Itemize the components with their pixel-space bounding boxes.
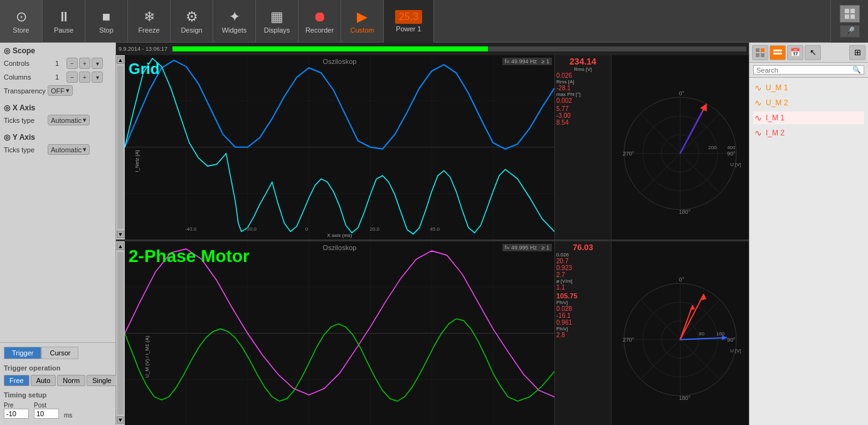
post-input[interactable] xyxy=(34,409,59,419)
yaxis-section-title: ◎ Y Axis xyxy=(4,133,112,142)
design-button[interactable]: ⚙ Design xyxy=(171,0,213,43)
x-tick-2: -20.0 xyxy=(245,226,257,232)
columns-decrease-button[interactable]: − xyxy=(66,71,78,83)
osc2-freq-badge: f= 49.995 Hz ≥ 1 xyxy=(502,244,552,251)
osc1-title: Osziloskop xyxy=(323,58,357,65)
osc1-freq: f= 49.994 Hz xyxy=(505,58,537,65)
osc1-rms-a-label: Rms [A] xyxy=(556,79,610,85)
signal-im1[interactable]: ∿ I_M 1 xyxy=(753,112,864,124)
y-ticks-label: Ticks type xyxy=(4,146,48,154)
osc1-stat-7: 8.54 xyxy=(556,119,610,126)
signal-im1-icon: ∿ xyxy=(754,113,762,123)
post-label: Post xyxy=(34,402,59,409)
trigger-norm-button[interactable]: Norm xyxy=(57,375,85,386)
toolbar-right-area: 🎤 xyxy=(830,0,868,43)
trigger-auto-button[interactable]: Auto xyxy=(31,375,56,386)
panel-layout-button[interactable] xyxy=(752,45,768,60)
left-panel: ◎ Scope Controls 1 − + ▾ Columns 1 − + ▾ xyxy=(0,43,116,425)
recorder-button[interactable]: ⏺ Recorder xyxy=(299,0,341,43)
svg-text:180°: 180° xyxy=(679,209,691,215)
osc2-stat-2: 20.7 xyxy=(556,258,610,265)
controls-increase-button[interactable]: + xyxy=(79,58,90,69)
scroll-handle-2[interactable]: ▲ ▼ xyxy=(116,241,125,426)
cursor-tab[interactable]: Cursor xyxy=(41,347,78,359)
left-top-section: ◎ Scope Controls 1 − + ▾ Columns 1 − + ▾ xyxy=(0,43,115,342)
transparency-chevron-icon: ▾ xyxy=(66,87,70,95)
scroll-up-2[interactable]: ▲ xyxy=(117,243,124,250)
freeze-label: Freeze xyxy=(138,26,159,34)
pause-label: Pause xyxy=(54,26,73,34)
pause-button[interactable]: ⏸ Pause xyxy=(43,0,85,43)
design-label: Design xyxy=(181,26,202,34)
pre-input[interactable] xyxy=(4,409,29,419)
svg-rect-2 xyxy=(845,14,849,19)
osc-chart-2: Osziloskop 2-Phase Motor f= 49.995 Hz ≥ … xyxy=(125,241,554,426)
scope-label: Scope xyxy=(13,46,35,55)
svg-text:400: 400 xyxy=(727,145,736,150)
search-box[interactable]: 🔍 xyxy=(753,65,864,75)
osc2-stat-8: -16.1 xyxy=(556,312,610,319)
stop-label: Stop xyxy=(99,26,114,34)
timing-row: Pre Post ms xyxy=(4,402,112,419)
signal-um1[interactable]: ∿ U_M 1 xyxy=(753,81,864,94)
search-icon: 🔍 xyxy=(852,66,861,74)
svg-text:160: 160 xyxy=(716,330,725,336)
signal-um2[interactable]: ∿ U_M 2 xyxy=(753,97,864,109)
columns-dropdown-button[interactable]: ▾ xyxy=(92,71,103,83)
scope-section-title: ◎ Scope xyxy=(4,46,112,55)
controls-dropdown-button[interactable]: ▾ xyxy=(92,58,103,69)
osc2-stats-panel: 76.03 0.026 20.7 0.923 2.7 ø [V/m] 1.1 1… xyxy=(554,241,611,426)
transparency-dropdown[interactable]: OFF ▾ xyxy=(48,85,73,96)
widgets-button[interactable]: ✦ Widgets xyxy=(213,0,256,43)
osc2-stat-1: 0.026 xyxy=(556,252,610,258)
trigger-section: Trigger Cursor Trigger operation Free Au… xyxy=(0,342,115,425)
x-ticks-dropdown[interactable]: Automatic ▾ xyxy=(48,115,90,125)
channel-view-button[interactable] xyxy=(770,45,786,60)
osc1-svg xyxy=(125,55,554,239)
signal-im2-label: I_M 2 xyxy=(766,129,785,137)
osc-panel-2: ▲ ▼ Osziloskop 2-Phase Motor f= 49.995 H… xyxy=(116,241,749,426)
right-toolbar: 📅 ↖ ⊞ xyxy=(749,43,868,63)
columns-increase-button[interactable]: + xyxy=(79,71,90,83)
power1-button[interactable]: 25.3 Power 1 xyxy=(384,0,434,43)
freeze-icon: ❄ xyxy=(144,9,155,25)
controls-buttons: − + ▾ xyxy=(66,58,103,69)
search-input[interactable] xyxy=(756,66,852,74)
y-ticks-dropdown[interactable]: Automatic ▾ xyxy=(48,144,90,155)
displays-button[interactable]: ▦ Displays xyxy=(256,0,299,43)
scroll-up-1[interactable]: ▲ xyxy=(117,56,124,64)
osc1-main-val: 234.14 xyxy=(556,56,610,66)
custom-button[interactable]: ▶ Custom xyxy=(341,0,384,43)
stop-icon: ■ xyxy=(102,9,110,25)
post-col: Post xyxy=(34,402,59,419)
custom-icon: ▶ xyxy=(357,9,368,25)
panel-icon[interactable] xyxy=(840,5,860,23)
trigger-tab[interactable]: Trigger xyxy=(4,347,41,359)
controls-decrease-button[interactable]: − xyxy=(66,58,78,69)
scroll-down-2[interactable]: ▼ xyxy=(117,416,124,424)
trigger-free-button[interactable]: Free xyxy=(4,375,29,386)
svg-text:U [V]: U [V] xyxy=(730,347,741,353)
recorder-icon: ⏺ xyxy=(313,9,327,25)
trigger-single-button[interactable]: Single xyxy=(87,375,117,386)
stop-button[interactable]: ■ Stop xyxy=(85,0,128,43)
osc-chart-1: Osziloskop Grid I_Netz [A] X axis (ms) f… xyxy=(125,55,554,239)
displays-icon: ▦ xyxy=(270,9,283,25)
timeline-track[interactable] xyxy=(172,46,746,51)
pre-label: Pre xyxy=(4,402,29,409)
scope-circle-icon: ◎ xyxy=(4,46,10,55)
cursor-tool-button[interactable]: ↖ xyxy=(805,45,821,60)
calendar-button[interactable]: 📅 xyxy=(787,45,803,60)
osc2-stat-label3: Ph/v] xyxy=(556,326,610,332)
store-button[interactable]: ⊙ Store xyxy=(0,0,43,43)
scroll-handle-1[interactable]: ▲ ▼ xyxy=(116,55,125,239)
transparency-label: Transparency xyxy=(4,87,48,95)
signal-im2[interactable]: ∿ I_M 2 xyxy=(753,127,864,139)
signal-im2-icon: ∿ xyxy=(754,128,762,138)
freeze-button[interactable]: ❄ Freeze xyxy=(128,0,171,43)
scroll-down-1[interactable]: ▼ xyxy=(117,231,124,238)
expand-button[interactable]: ⊞ xyxy=(849,45,865,60)
svg-rect-63 xyxy=(761,53,765,57)
svg-text:270°: 270° xyxy=(623,336,635,342)
osc1-grid-label: Grid xyxy=(129,60,159,78)
